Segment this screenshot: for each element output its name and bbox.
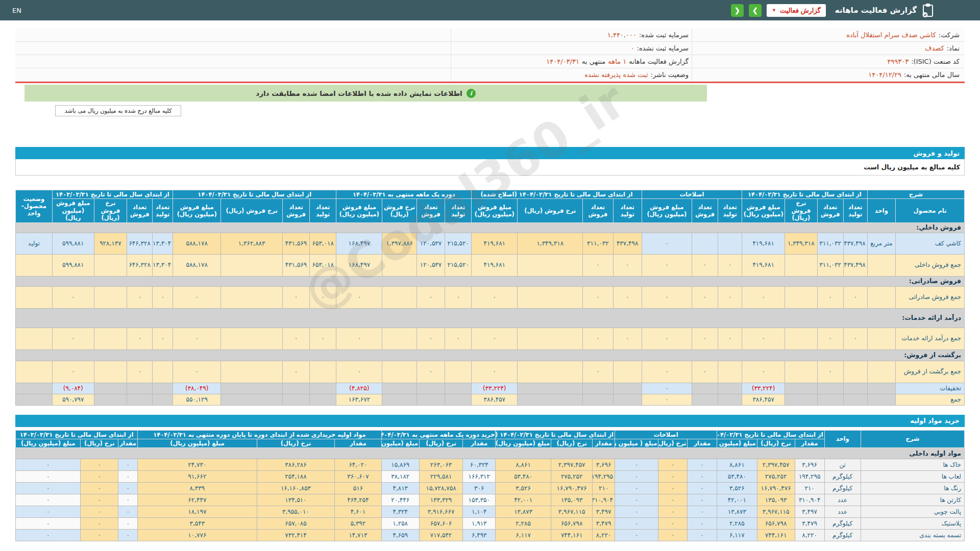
row-label: جمع برگشت از فروش: [895, 361, 964, 383]
cell: ۰: [688, 518, 717, 530]
table-row: جمع۳۸۶,۴۵۷۰۳۸۶,۴۵۷۱۶۳,۶۷۲۵۵۰,۱۲۹۵۹۰,۷۹۷: [16, 394, 965, 405]
info-cell: کد صنعت (ISIC):۴۹۹۳۰۳: [692, 55, 965, 68]
report-type-dropdown[interactable]: گزارش فعالیت ▼: [767, 4, 826, 17]
cell: ۵۳,۴۸۰: [717, 471, 757, 483]
cell: [153, 394, 173, 405]
row-label: پالت چوبي: [861, 506, 964, 518]
info-cell: شرکت:کاشي صدف سرام استقلال آباده: [692, 29, 965, 41]
column-header: تعداد تولید: [153, 199, 173, 222]
cell: ۲۰,۴۴۶: [381, 494, 419, 506]
cell: [785, 328, 817, 349]
cell: ۰: [118, 506, 138, 518]
cell: ۲,۳۹۷,۴۵۷: [757, 459, 795, 471]
cell: ۰: [817, 328, 843, 349]
cell: ۳,۹۱۶,۶۶۷: [419, 506, 462, 518]
cell: ۰: [153, 286, 173, 308]
cell: ۰: [658, 506, 688, 518]
cell: ۰: [16, 518, 81, 530]
column-header: تعداد فروش: [692, 199, 718, 222]
column-header: نرخ فروش (ریال): [785, 199, 817, 222]
cell: ۳۱۱,۰۳۲: [817, 233, 843, 254]
cell: ۱۳۵,۰۹۳: [757, 494, 795, 506]
table-row: کارتن هاعدد۳۱۰,۹۰۴۱۳۵,۰۹۳۴۲,۰۰۱۰۰۰۳۱۰,۹۰…: [16, 494, 965, 506]
cell: [94, 383, 127, 394]
cell: فروش داخلي:: [16, 222, 965, 233]
cell: [445, 394, 472, 405]
row-label: جمع: [895, 394, 964, 405]
cell: ۰: [615, 506, 658, 518]
cell: [221, 394, 283, 405]
cell: ۰: [81, 494, 118, 506]
cell: ۰: [718, 286, 742, 308]
cell: ۳۸۶,۲۸۶: [257, 459, 334, 471]
cell: [867, 394, 895, 405]
cell: ۶۴۶,۳۲۸: [127, 233, 153, 254]
cell: ۰: [52, 286, 94, 308]
row-label: پلاستیک: [861, 518, 964, 530]
table-row: لعاب هاکیلوگرم۱۹۴,۲۹۵۲۷۵,۲۵۲۵۳,۴۸۰۰۰۰۱۹۴…: [16, 471, 965, 483]
cell: ۰: [118, 459, 138, 471]
column-header: تعداد فروش: [127, 199, 153, 222]
cell: [692, 383, 718, 394]
cell: ۶۲,۴۴۷: [138, 494, 257, 506]
language-toggle-en[interactable]: EN: [12, 7, 21, 14]
column-header: مبلغ ( میلیون ریال): [615, 439, 658, 447]
cell: ۱۶۶,۳۱۲: [463, 471, 496, 483]
next-report-button[interactable]: ❯: [749, 4, 762, 17]
cell: عدد: [824, 494, 861, 506]
cell: ۰: [613, 286, 642, 308]
cell: ۱,۳۴۹,۳۱۸: [785, 233, 817, 254]
cell: [382, 328, 417, 349]
cell: ۶۵۷,۰۸۵: [257, 518, 334, 530]
cell: ۰: [742, 361, 785, 383]
cell: کیلوگرم: [824, 483, 861, 494]
cell: [518, 254, 583, 276]
cell: ۵۹۹,۸۸۱: [52, 254, 94, 276]
column-header: وضعیت محصول-واحد: [16, 190, 53, 223]
cell: ۳۸۶,۴۵۷: [742, 394, 785, 405]
previous-report-button[interactable]: ❮: [731, 4, 744, 17]
info-cell-empty: [15, 55, 451, 68]
cell: ۰: [688, 494, 717, 506]
cell: ۰: [336, 361, 382, 383]
cell: ۱۰,۷۷۶: [138, 530, 257, 541]
cell: ۰: [16, 530, 81, 541]
cell: [94, 394, 127, 405]
column-header: مبلغ فروش (میلیون ریال): [742, 199, 785, 222]
table-group-row: فروش داخلي:: [16, 222, 965, 233]
info-cell-empty: [15, 29, 451, 41]
cell: [843, 394, 867, 405]
cell: ۷۱۳,۳۰۴: [153, 233, 173, 254]
cell: ۴۱۹,۶۸۱: [742, 254, 785, 276]
cell: [94, 328, 127, 349]
cell: [445, 383, 472, 394]
cell: ۰: [642, 394, 692, 405]
cell: [221, 383, 283, 394]
cell: ۰: [658, 483, 688, 494]
cell: ۳,۵۲۶: [496, 483, 551, 494]
cell: برگشت از فروش:: [16, 349, 965, 361]
table-row: خاک هاتن۳,۶۹۶۲,۳۹۷,۴۵۷۸,۸۶۱۰۰۰۳,۶۹۶۲,۳۹۷…: [16, 459, 965, 471]
cell: [94, 254, 127, 276]
cell: ۶,۴۹۳: [463, 530, 496, 541]
row-label: تخفیفات: [895, 383, 964, 394]
cell: [416, 383, 445, 394]
cell: ۰: [843, 328, 867, 349]
cell: ۶۴,۰۲۰: [335, 459, 381, 471]
cell: ۴۱۹,۶۸۱: [472, 233, 518, 254]
cell: ۰: [658, 494, 688, 506]
column-header: تعداد تولید: [310, 199, 336, 222]
column-header: شرح: [867, 190, 964, 199]
cell: ۰: [615, 459, 658, 471]
cell: ۴,۶۵۹: [381, 530, 419, 541]
cell: ۱,۱۰۴: [463, 506, 496, 518]
cell: ۰: [118, 483, 138, 494]
cell: [94, 361, 127, 383]
cell: ۴۳۷,۴۹۸: [613, 233, 642, 254]
cell: ۴,۳۲۴: [381, 506, 419, 518]
cell: ۱۸,۱۹۷: [138, 506, 257, 518]
cell: ۷۱۳,۳۰۴: [153, 254, 173, 276]
column-header: مبلغ فروش (میلیون ریال): [472, 199, 518, 222]
cell: ۰: [416, 286, 445, 308]
cell: ۰: [173, 286, 221, 308]
